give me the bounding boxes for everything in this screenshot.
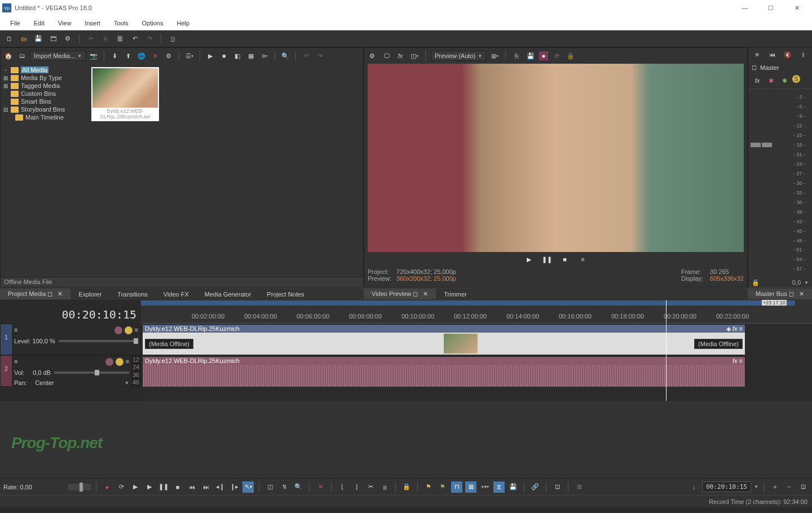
audio-clip[interactable]: Dyldy.e12.WEB-DLRip.25Kuzmichfx ≡	[142, 356, 745, 387]
pm-play-icon[interactable]: ▶	[205, 50, 216, 61]
autocrossfade-icon[interactable]: ⧖	[493, 481, 505, 493]
video-clip[interactable]: Dyldy.e12.WEB-DLRip.25Kuzmich◈ fx ≡ (Med…	[142, 324, 745, 355]
preview-extmon-icon[interactable]: 🖵	[381, 50, 392, 61]
master-fader-right[interactable]	[762, 143, 772, 147]
preview-lock-icon[interactable]: 🔒	[565, 50, 576, 61]
stop-icon[interactable]: ■	[172, 481, 183, 493]
tab-master-bus[interactable]: Master Bus ◻ ✕	[748, 289, 812, 299]
autoripple-icon[interactable]: ↦▾	[479, 481, 491, 493]
tree-custom-bins[interactable]: Custom Bins	[3, 90, 90, 98]
copy-icon[interactable]: ⎘	[100, 33, 111, 45]
clip-fx-icon[interactable]: fx	[732, 357, 738, 364]
tree-media-by-type[interactable]: ⊞Media By Type	[3, 74, 90, 82]
master-props-icon[interactable]: ✳	[752, 49, 762, 60]
selection-icon[interactable]: ◫	[264, 481, 276, 493]
close-icon[interactable]: ✕	[423, 290, 428, 297]
paste-icon[interactable]: 📋	[114, 33, 126, 45]
lock-icon[interactable]: 🔒	[401, 481, 412, 493]
undock-icon[interactable]: ◻	[789, 290, 794, 297]
video-track-header[interactable]: 1 ≡ ≡ Level: 100,0 %	[0, 324, 141, 355]
go-end-icon[interactable]: ⏭	[200, 481, 211, 493]
loop-icon[interactable]: ⟳	[116, 481, 127, 493]
go-start-icon[interactable]: ⏮	[186, 481, 197, 493]
preview-play-icon[interactable]: ▶	[524, 254, 534, 264]
preview-stop-icon[interactable]: ■	[560, 254, 570, 264]
level-slider[interactable]	[59, 340, 138, 342]
link-icon[interactable]: 🔗	[529, 481, 541, 493]
tab-video-fx[interactable]: Video FX	[156, 289, 197, 299]
trim-end-icon[interactable]: ⌋	[351, 481, 362, 493]
preview-split-icon[interactable]: ◫▾	[409, 50, 420, 61]
audio-track-header[interactable]: 2 ≡ ≡ Vol: 0,0 dB Pan: Center▼ 12243648	[0, 355, 141, 387]
tree-storyboard-bins[interactable]: ⊟Storyboard Bins	[3, 105, 90, 113]
solo-icon[interactable]	[116, 358, 123, 366]
next-frame-icon[interactable]: ❙▸	[228, 481, 240, 493]
minimize-button[interactable]: —	[736, 5, 753, 12]
pm-delete-icon[interactable]: ✕	[149, 50, 161, 61]
preview-props-icon[interactable]: ⚙	[367, 50, 378, 61]
chevron-down-icon[interactable]: ▼	[804, 280, 809, 285]
pm-grid-icon[interactable]: ▦	[245, 50, 257, 61]
preview-pause-icon[interactable]: ❚❚	[542, 254, 552, 264]
snap-icon[interactable]: ⊓	[451, 481, 462, 493]
preview-loop-icon[interactable]: ⟳	[551, 50, 562, 61]
master-fader-left[interactable]	[751, 143, 761, 147]
import-media-button[interactable]: Import Media... ▼	[30, 51, 86, 61]
tab-media-generator[interactable]: Media Generator	[197, 289, 259, 299]
save-icon[interactable]: 💾	[33, 33, 44, 45]
marker-icon[interactable]: ⚑	[423, 481, 434, 493]
maximize-button[interactable]: ☐	[762, 5, 779, 12]
master-auto-icon[interactable]: ✱	[765, 75, 776, 86]
tree-main-timeline[interactable]: Main Timeline	[3, 113, 90, 121]
tab-explorer[interactable]: Explorer	[70, 289, 109, 299]
menu-tools[interactable]: Tools	[108, 17, 134, 29]
pm-search-icon[interactable]: 🔍	[280, 50, 291, 61]
time-ruler[interactable]: +23:17:10 00:02:00:00 00:04:00:00 00:06:…	[141, 300, 812, 324]
envelope-icon[interactable]: ↯	[279, 481, 290, 493]
preview-copy-icon[interactable]: ⎘	[511, 50, 522, 61]
pm-fwd-icon[interactable]: ↷	[314, 50, 325, 61]
pm-stop-icon[interactable]: ■	[218, 50, 230, 61]
tab-trimmer[interactable]: Trimmer	[436, 289, 475, 299]
preview-display[interactable]	[368, 64, 744, 252]
pm-list-icon[interactable]: ≡▾	[259, 50, 270, 61]
zoom-fit-icon[interactable]: ⊡	[797, 481, 809, 493]
close-icon[interactable]: ✕	[799, 290, 804, 297]
pm-home-icon[interactable]: 🏠	[3, 50, 14, 61]
properties-icon[interactable]: ⚙	[62, 33, 73, 45]
tab-project-notes[interactable]: Project Notes	[259, 289, 312, 299]
prev-frame-icon[interactable]: ◂❙	[214, 481, 226, 493]
split-icon[interactable]: ✂	[365, 481, 376, 493]
play-start-icon[interactable]: ▶	[130, 481, 141, 493]
master-fx-icon[interactable]: fx	[752, 75, 763, 86]
solo-icon[interactable]	[125, 326, 133, 334]
tree-all-media[interactable]: ▫All Media	[3, 66, 90, 74]
autosave-icon[interactable]: 💾	[508, 481, 519, 493]
region-icon[interactable]: ⚑	[437, 481, 448, 493]
quantize-icon[interactable]: ⊠	[465, 481, 476, 493]
trim-start-icon[interactable]: ⌊	[337, 481, 348, 493]
tree-tagged-media[interactable]: ⊞Tagged Media	[3, 82, 90, 90]
tree-smart-bins[interactable]: Smart Bins	[3, 98, 90, 105]
redo-icon[interactable]: ↷	[144, 33, 155, 45]
menu-view[interactable]: View	[52, 17, 77, 29]
preview-save-icon[interactable]: 💾	[525, 50, 536, 61]
cut-icon[interactable]: ✂	[85, 33, 96, 45]
ignore-group-icon[interactable]: ⊡	[551, 481, 563, 493]
track-area[interactable]: Dyldy.e12.WEB-DLRip.25Kuzmich◈ fx ≡ (Med…	[141, 324, 812, 401]
pm-autopreview-icon[interactable]: ◧	[232, 50, 243, 61]
master-dim-icon[interactable]: 🔇	[783, 49, 793, 60]
rate-scrubber[interactable]	[68, 484, 91, 490]
pause-icon[interactable]: ❚❚	[158, 481, 169, 493]
preview-record-icon[interactable]: ●	[539, 51, 548, 60]
normal-edit-icon[interactable]: ↖▾	[242, 481, 254, 493]
undock-icon[interactable]: ◻	[413, 290, 418, 297]
play-icon[interactable]: ▶	[144, 481, 155, 493]
zoom-icon[interactable]: 🔍	[293, 481, 304, 493]
transport-timecode[interactable]: 00:20:10:15	[702, 481, 751, 492]
bypass-fx-icon[interactable]	[105, 358, 113, 366]
master-downmix-icon[interactable]: ⫴	[798, 49, 809, 60]
hamburger-icon[interactable]: ≡	[14, 358, 17, 366]
bypass-fx-icon[interactable]	[114, 326, 122, 334]
playhead[interactable]	[666, 324, 667, 401]
